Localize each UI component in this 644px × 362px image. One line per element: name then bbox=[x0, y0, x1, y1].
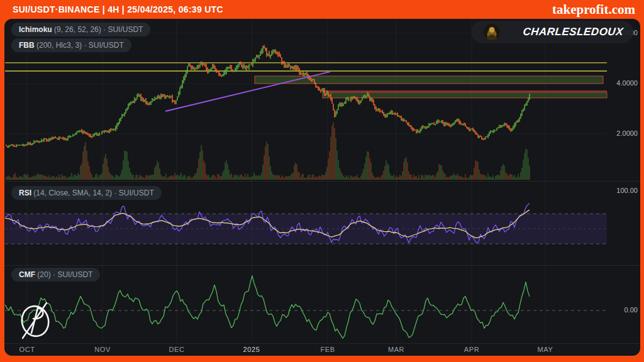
indicator-name: RSI bbox=[19, 189, 31, 197]
price-scale-label: 2.0000 bbox=[600, 129, 638, 137]
indicator-label-ichimoku[interactable]: Ichimoku (9, 26, 52, 26) · SUI/USDT bbox=[11, 23, 150, 36]
rsi-scale-label: 100.00 bbox=[600, 187, 638, 194]
indicator-label-rsi[interactable]: RSI (14, Close, SMA, 14, 2) · SUI/USDT bbox=[11, 186, 162, 200]
time-axis-label[interactable]: MAY bbox=[538, 346, 553, 353]
takeprofit-logo-icon bbox=[14, 298, 56, 348]
indicator-params: (9, 26, 52, 26) bbox=[54, 25, 101, 34]
indicator-name: FBB bbox=[19, 41, 35, 50]
trader-avatar bbox=[484, 24, 500, 40]
price-scale-label: 4.0000 bbox=[600, 79, 638, 87]
chart-title: SUI/USDT·BINANCE | 4H | 25/04/2025, 06:3… bbox=[13, 0, 223, 19]
watermark-badge: CHARLESLEDOUX bbox=[471, 21, 633, 43]
indicator-symbol: SUI/USDT bbox=[57, 270, 92, 279]
time-axis-label[interactable]: DEC bbox=[169, 346, 184, 353]
indicator-params: (200, Hlc3, 3) bbox=[36, 41, 82, 50]
indicator-symbol: SUI/USDT bbox=[89, 41, 124, 50]
time-axis-label[interactable]: 2025 bbox=[243, 346, 260, 353]
brand-logo-text[interactable]: takeprofit.com bbox=[552, 0, 635, 19]
time-axis-label[interactable]: NOV bbox=[94, 346, 111, 353]
indicator-label-fbb[interactable]: FBB (200, Hlc3, 3) · SUI/USDT bbox=[11, 38, 131, 52]
indicator-name: Ichimoku bbox=[19, 25, 52, 34]
indicator-symbol: SUI/USDT bbox=[119, 189, 154, 197]
indicator-label-cmf[interactable]: CMF (20) · SUI/USDT bbox=[11, 268, 100, 282]
indicator-symbol: SUI/USDT bbox=[108, 25, 143, 34]
indicator-params: (20) bbox=[37, 270, 50, 279]
cmf-scale-label: 0.00 bbox=[600, 306, 638, 314]
indicator-params: (14, Close, SMA, 14, 2) bbox=[33, 189, 112, 197]
chart-stage: 6.00004.00002.0000100.000.00OCTNOVDEC202… bbox=[4, 19, 640, 356]
chart-panel: 6.00004.00002.0000100.000.00OCTNOVDEC202… bbox=[4, 19, 640, 356]
watermark-username: CHARLESLEDOUX bbox=[499, 26, 634, 38]
header-bar: SUI/USDT·BINANCE | 4H | 25/04/2025, 06:3… bbox=[0, 0, 644, 19]
time-axis-label[interactable]: MAR bbox=[388, 346, 404, 353]
time-axis-label[interactable]: APR bbox=[464, 346, 479, 353]
time-axis-label[interactable]: FEB bbox=[320, 346, 335, 353]
indicator-name: CMF bbox=[19, 270, 35, 279]
